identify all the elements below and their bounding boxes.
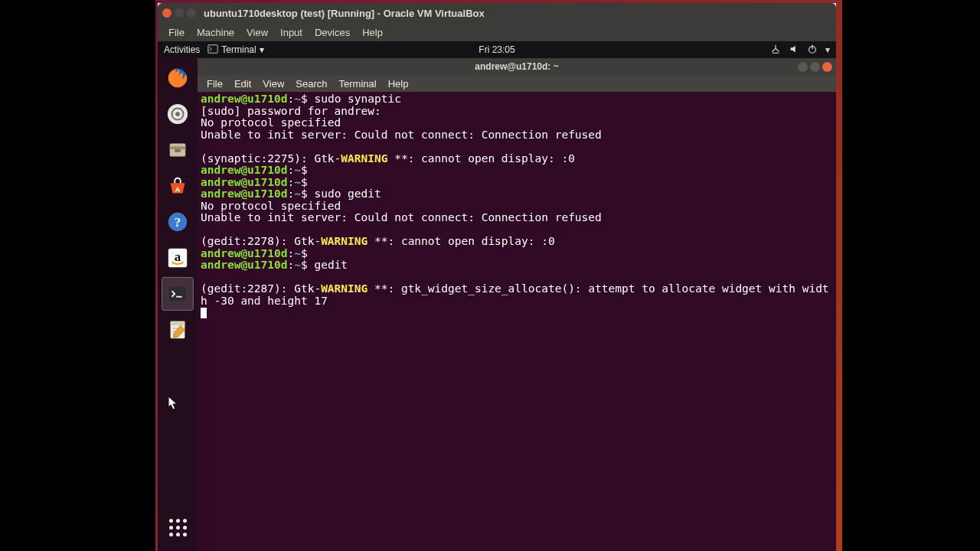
terminal-menu-edit[interactable]: Edit bbox=[230, 77, 256, 90]
svg-text:a: a bbox=[175, 249, 181, 264]
gedit-icon[interactable] bbox=[162, 313, 194, 347]
sound-icon[interactable] bbox=[789, 44, 799, 57]
vbox-menu-view[interactable]: View bbox=[242, 25, 273, 40]
vbox-menu-input[interactable]: Input bbox=[276, 25, 307, 40]
terminal-body[interactable]: andrew@u1710d:~$ sudo synaptic [sudo] pa… bbox=[198, 92, 836, 551]
terminal-mini-icon bbox=[207, 44, 218, 57]
vbox-menu-file[interactable]: File bbox=[164, 25, 189, 40]
vbox-window-title: ubuntu1710desktop (test) [Running] - Ora… bbox=[204, 8, 485, 19]
terminal-minimize-button[interactable] bbox=[798, 62, 808, 72]
terminal-menu-terminal[interactable]: Terminal bbox=[335, 77, 381, 90]
guest-screen: Activities Terminal ▾ Fri 23:05 ▾ bbox=[158, 41, 836, 551]
terminal-menu-file[interactable]: File bbox=[202, 77, 227, 90]
settings-icon[interactable] bbox=[162, 97, 194, 131]
help-icon[interactable]: ? bbox=[162, 205, 194, 239]
svg-rect-14 bbox=[169, 287, 187, 302]
terminal-menubar: File Edit View Search Terminal Help bbox=[198, 75, 836, 92]
terminal-close-button[interactable] bbox=[822, 62, 832, 72]
svg-rect-8 bbox=[175, 149, 181, 152]
chevron-down-icon[interactable]: ▾ bbox=[825, 44, 830, 55]
svg-rect-0 bbox=[208, 44, 217, 53]
gnome-topbar: Activities Terminal ▾ Fri 23:05 ▾ bbox=[158, 41, 836, 58]
vbox-titlebar: ubuntu1710desktop (test) [Running] - Ora… bbox=[158, 3, 836, 23]
topbar-status-area[interactable]: ▾ bbox=[770, 44, 830, 57]
amazon-icon[interactable]: a bbox=[162, 241, 194, 275]
terminal-menu-help[interactable]: Help bbox=[384, 77, 413, 90]
mouse-cursor bbox=[168, 396, 178, 411]
topbar-clock[interactable]: Fri 23:05 bbox=[479, 44, 514, 55]
virtualbox-window: ubuntu1710desktop (test) [Running] - Ora… bbox=[158, 3, 836, 551]
terminal-window: andrew@u1710d: ~ File Edit View Search T… bbox=[198, 58, 836, 551]
vbox-menu-help[interactable]: Help bbox=[358, 25, 387, 40]
svg-point-5 bbox=[175, 112, 180, 116]
vbox-menubar: File Machine View Input Devices Help bbox=[158, 23, 836, 41]
svg-rect-7 bbox=[170, 146, 186, 149]
terminal-menu-view[interactable]: View bbox=[258, 77, 289, 90]
vbox-maximize-button[interactable] bbox=[187, 8, 196, 18]
software-icon[interactable]: A bbox=[162, 169, 194, 203]
power-icon[interactable] bbox=[807, 44, 818, 57]
network-icon[interactable] bbox=[770, 44, 781, 57]
vbox-menu-machine[interactable]: Machine bbox=[192, 25, 239, 40]
gnome-dock: A ? a bbox=[158, 58, 198, 551]
vbox-close-button[interactable] bbox=[162, 8, 172, 18]
activities-button[interactable]: Activities bbox=[164, 44, 200, 55]
topbar-app-indicator[interactable]: Terminal ▾ bbox=[207, 44, 263, 57]
files-icon[interactable] bbox=[162, 133, 194, 167]
show-applications-button[interactable] bbox=[162, 511, 194, 543]
svg-text:?: ? bbox=[175, 215, 181, 230]
terminal-icon[interactable] bbox=[162, 277, 194, 311]
firefox-icon[interactable] bbox=[162, 61, 194, 95]
terminal-cursor bbox=[201, 308, 207, 318]
terminal-menu-search[interactable]: Search bbox=[291, 77, 332, 90]
terminal-maximize-button[interactable] bbox=[810, 62, 820, 72]
terminal-title: andrew@u1710d: ~ bbox=[475, 61, 558, 72]
vbox-menu-devices[interactable]: Devices bbox=[310, 25, 354, 40]
topbar-app-label: Terminal bbox=[221, 44, 256, 55]
svg-rect-16 bbox=[171, 321, 185, 326]
vbox-minimize-button[interactable] bbox=[175, 8, 184, 18]
terminal-titlebar: andrew@u1710d: ~ bbox=[198, 58, 836, 75]
svg-text:A: A bbox=[175, 186, 181, 194]
chevron-down-icon: ▾ bbox=[260, 44, 264, 55]
